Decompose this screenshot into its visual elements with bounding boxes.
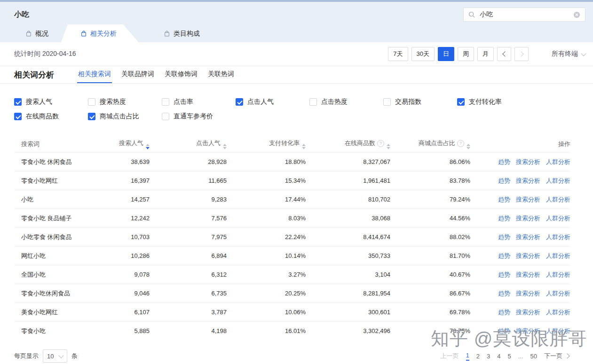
checkbox[interactable] <box>457 98 465 106</box>
subtab-related-hot-words[interactable]: 关联热词 <box>207 66 235 83</box>
subtab-related-search-words[interactable]: 相关搜索词 <box>77 66 112 83</box>
actions-cell: 趋势搜索分析人群分析 <box>470 247 570 265</box>
click-popularity-cell: 11,665 <box>150 171 227 190</box>
tab-category-composition[interactable]: 类目构成 <box>151 24 212 43</box>
checkbox[interactable] <box>88 113 95 120</box>
click-popularity-cell: 9,283 <box>150 190 227 209</box>
audience-analysis-link[interactable]: 人群分析 <box>546 196 570 203</box>
pagination-page-3[interactable]: 3 <box>487 353 490 360</box>
filter-pay-conversion[interactable]: 支付转化率 <box>457 98 531 106</box>
sort-control[interactable] <box>223 144 227 149</box>
terminal-dropdown[interactable]: 所有终端 <box>552 50 585 58</box>
checkbox[interactable] <box>88 98 95 106</box>
filter-search-heat[interactable]: 搜索热度 <box>88 98 162 106</box>
checkbox[interactable] <box>14 98 22 106</box>
table-row: 零食小吃 休闲食品 38,639 28,928 18.80% 8,327,067… <box>14 153 570 171</box>
pagination-next[interactable]: 下一页 <box>544 352 570 360</box>
clear-icon[interactable] <box>573 11 580 18</box>
filter-click-popularity[interactable]: 点击人气 <box>236 98 309 106</box>
col-search-popularity[interactable]: 搜索人气 <box>108 136 150 153</box>
checkbox[interactable] <box>162 98 169 106</box>
search-analysis-link[interactable]: 搜索分析 <box>516 158 540 165</box>
col-click-popularity[interactable]: 点击人气 <box>150 136 227 153</box>
period-7d-button[interactable]: 7天 <box>388 47 408 61</box>
bag-icon <box>80 31 87 37</box>
audience-analysis-link[interactable]: 人群分析 <box>546 215 570 222</box>
period-day-button[interactable]: 日 <box>438 47 454 61</box>
period-week-button[interactable]: 周 <box>458 47 474 61</box>
search-popularity-cell: 16,397 <box>108 171 150 190</box>
search-analysis-link[interactable]: 搜索分析 <box>516 177 540 184</box>
filter-mall-click-ratio[interactable]: 商城点击占比 <box>88 112 162 121</box>
period-30d-button[interactable]: 30天 <box>411 47 435 61</box>
sort-control[interactable] <box>146 144 150 149</box>
audience-analysis-link[interactable]: 人群分析 <box>546 252 570 259</box>
pay-conversion-cell: 15.34% <box>227 171 306 190</box>
page-title: 小吃 <box>14 10 29 20</box>
subtab-related-modifier-words[interactable]: 关联修饰词 <box>164 66 198 83</box>
sort-control[interactable] <box>466 144 470 149</box>
next-label: 下一页 <box>544 352 562 360</box>
trend-link[interactable]: 趋势 <box>498 309 510 316</box>
pagination-page-1[interactable]: 1 <box>466 352 469 361</box>
pagination-page-5[interactable]: 5 <box>507 353 511 360</box>
prev-date-button[interactable] <box>497 47 511 61</box>
period-month-button[interactable]: 月 <box>477 47 494 61</box>
col-label: 支付转化率 <box>269 139 300 147</box>
filter-search-popularity[interactable]: 搜索人气 <box>14 98 88 106</box>
audience-analysis-link[interactable]: 人群分析 <box>546 177 570 184</box>
filter-click-heat[interactable]: 点击热度 <box>309 98 383 106</box>
info-icon[interactable] <box>377 140 384 147</box>
checkbox[interactable] <box>14 113 22 120</box>
search-analysis-link[interactable]: 搜索分析 <box>516 233 540 240</box>
col-online-products[interactable]: 在线商品数 <box>306 136 390 153</box>
col-pay-conversion[interactable]: 支付转化率 <box>227 136 306 153</box>
search-box[interactable] <box>463 8 585 22</box>
pagination-page-2[interactable]: 2 <box>476 353 480 360</box>
next-date-button[interactable] <box>514 47 529 61</box>
search-analysis-link[interactable]: 搜索分析 <box>516 327 540 334</box>
pagination-page-50[interactable]: 50 <box>530 353 537 360</box>
checkbox[interactable] <box>383 98 391 106</box>
audience-analysis-link[interactable]: 人群分析 <box>546 158 570 165</box>
audience-analysis-link[interactable]: 人群分析 <box>546 290 570 297</box>
checkbox[interactable] <box>309 98 317 106</box>
info-icon[interactable] <box>457 140 464 147</box>
search-analysis-link[interactable]: 搜索分析 <box>516 290 540 297</box>
search-input[interactable] <box>479 10 573 19</box>
pagination-page-4[interactable]: 4 <box>497 353 500 360</box>
filter-click-rate[interactable]: 点击率 <box>162 98 236 106</box>
trend-link[interactable]: 趋势 <box>498 290 510 297</box>
checkbox[interactable] <box>162 113 169 120</box>
col-mall-click-ratio[interactable]: 商城点击占比 <box>390 136 470 153</box>
trend-link[interactable]: 趋势 <box>498 233 510 240</box>
audience-analysis-link[interactable]: 人群分析 <box>546 271 570 278</box>
per-page-select[interactable]: 10 <box>43 349 67 363</box>
search-analysis-link[interactable]: 搜索分析 <box>516 215 540 222</box>
tab-overview[interactable]: 概况 <box>13 24 61 43</box>
trend-link[interactable]: 趋势 <box>498 271 510 278</box>
checkbox[interactable] <box>236 98 243 106</box>
filter-transaction-index[interactable]: 交易指数 <box>383 98 457 106</box>
filter-ztc-reference-price[interactable]: 直通车参考价 <box>162 112 236 121</box>
trend-link[interactable]: 趋势 <box>498 215 510 222</box>
subtab-related-brand-words[interactable]: 关联品牌词 <box>120 66 155 83</box>
audience-analysis-link[interactable]: 人群分析 <box>546 327 570 334</box>
trend-link[interactable]: 趋势 <box>498 196 510 203</box>
audience-analysis-link[interactable]: 人群分析 <box>546 309 570 316</box>
search-analysis-link[interactable]: 搜索分析 <box>516 271 540 278</box>
trend-link[interactable]: 趋势 <box>498 252 510 259</box>
search-analysis-link[interactable]: 搜索分析 <box>516 309 540 316</box>
trend-link[interactable]: 趋势 <box>498 177 510 184</box>
pagination-prev[interactable]: 上一页 <box>441 352 459 360</box>
tab-related-analysis[interactable]: 相关分析 <box>61 24 139 43</box>
search-analysis-link[interactable]: 搜索分析 <box>516 252 540 259</box>
sort-control[interactable] <box>302 144 306 149</box>
search-analysis-link[interactable]: 搜索分析 <box>516 196 540 203</box>
filter-online-products[interactable]: 在线商品数 <box>14 112 88 121</box>
audience-analysis-link[interactable]: 人群分析 <box>546 233 570 240</box>
online-products-cell: 350,733 <box>306 247 390 265</box>
sort-control[interactable] <box>387 144 390 149</box>
trend-link[interactable]: 趋势 <box>498 158 510 165</box>
trend-link[interactable]: 趋势 <box>498 327 510 334</box>
